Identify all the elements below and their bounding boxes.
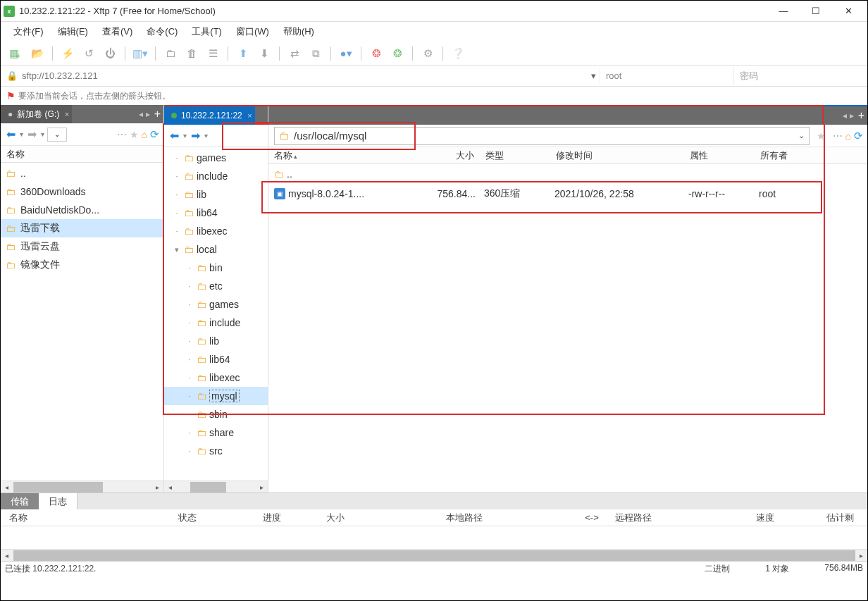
local-tab[interactable]: ● 新加卷 (G:) × — [1, 105, 72, 123]
properties-icon[interactable]: ☰ — [204, 45, 221, 62]
url-dropdown[interactable]: ▾ — [587, 70, 600, 81]
minimize-button[interactable]: — — [767, 1, 800, 21]
upload-icon[interactable]: ⬆ — [235, 45, 252, 62]
menu-help[interactable]: 帮助(H) — [279, 23, 318, 40]
disconnect-icon[interactable]: ⏻ — [101, 45, 118, 62]
tc-eta[interactable]: 估计剩 — [821, 512, 864, 524]
local-hscroll[interactable]: ◂▸ — [1, 481, 163, 492]
col-attr[interactable]: 属性 — [684, 149, 755, 162]
sessions-icon[interactable]: ▥▾ — [132, 45, 149, 62]
connection-url[interactable]: 🔒 sftp://10.232.2.121 — [1, 70, 587, 81]
table-row[interactable]: 🗀.. — [268, 164, 867, 184]
more-icon[interactable]: ⋯ — [833, 130, 843, 142]
menu-window[interactable]: 窗口(W) — [232, 23, 273, 40]
col-size[interactable]: 大小 — [423, 149, 480, 162]
list-item[interactable]: 🗀BaiduNetdiskDo... — [1, 201, 163, 219]
drive-select[interactable]: ⌄ — [47, 128, 67, 142]
tree-item[interactable]: ·🗀lib — [164, 332, 268, 350]
tree-item[interactable]: ·🗀games — [164, 149, 268, 167]
forward-button[interactable]: ➡ — [26, 128, 38, 141]
tree-item[interactable]: ·🗀lib64 — [164, 350, 268, 368]
refresh-icon[interactable]: ⟳ — [150, 128, 159, 141]
tree-item[interactable]: ·🗀src — [164, 442, 268, 460]
tree-item[interactable]: ·🗀etc — [164, 277, 268, 295]
tree-toggle-icon[interactable]: · — [173, 209, 181, 217]
local-column-header[interactable]: 名称 — [1, 146, 163, 163]
quick-connect-icon[interactable]: ⚡ — [59, 45, 76, 62]
transfer-list[interactable] — [1, 526, 867, 549]
tree-toggle-icon[interactable]: · — [185, 373, 194, 382]
close-icon[interactable]: × — [247, 111, 252, 120]
close-icon[interactable]: × — [65, 110, 69, 118]
bookmark-icon[interactable]: ★ — [130, 129, 139, 140]
tc-name[interactable]: 名称 — [4, 512, 173, 524]
settings-icon[interactable]: ⚙ — [419, 45, 436, 62]
menu-edit[interactable]: 编辑(E) — [54, 23, 92, 40]
close-button[interactable]: ✕ — [832, 1, 864, 21]
tree-toggle-icon[interactable]: · — [173, 154, 181, 162]
password-field[interactable]: 密码 — [733, 67, 867, 85]
tc-local[interactable]: 本地路径 — [440, 512, 574, 524]
back-button[interactable]: ⬅ — [5, 128, 17, 141]
tree-hscroll[interactable]: ◂▸ — [164, 481, 268, 492]
menu-tools[interactable]: 工具(T) — [187, 23, 226, 40]
bookmark-icon[interactable]: ★ — [817, 130, 826, 142]
tab-log[interactable]: 日志 — [39, 493, 78, 509]
tree-item[interactable]: ·🗀bin — [164, 259, 268, 277]
menu-file[interactable]: 文件(F) — [9, 23, 48, 40]
tree-toggle-icon[interactable]: · — [185, 264, 194, 272]
tree-toggle-icon[interactable]: · — [185, 318, 194, 327]
tc-status[interactable]: 状态 — [173, 512, 257, 524]
tree-toggle-icon[interactable]: · — [185, 282, 194, 290]
tab-nav[interactable]: ◂ ▸ — [139, 109, 149, 119]
refresh-icon[interactable]: ⟳ — [854, 130, 863, 142]
col-name[interactable]: 名称 — [1, 148, 163, 161]
col-type[interactable]: 类型 — [480, 149, 550, 162]
reconnect-icon[interactable]: ↺ — [80, 45, 97, 62]
tree-item[interactable]: ▾🗀local — [164, 240, 268, 259]
more-icon[interactable]: ⋯ — [117, 129, 127, 140]
new-session-icon[interactable]: ▦+ — [8, 45, 25, 62]
compare-icon[interactable]: ⧉ — [307, 45, 324, 62]
tree-item[interactable]: ·🗀include — [164, 314, 268, 332]
tab-nav[interactable]: ◂ ▸ — [843, 111, 853, 120]
col-mtime[interactable]: 修改时间 — [550, 149, 684, 162]
red-swirl-icon[interactable]: ❂ — [368, 45, 385, 62]
globe-icon[interactable]: ●▾ — [337, 45, 354, 62]
menu-view[interactable]: 查看(V) — [98, 23, 137, 40]
tc-size[interactable]: 大小 — [321, 512, 440, 524]
sync-icon[interactable]: ⇄ — [286, 45, 303, 62]
home-icon[interactable]: ⌂ — [142, 129, 147, 140]
tree-toggle-icon[interactable]: · — [173, 227, 181, 235]
help-icon[interactable]: ❔ — [450, 45, 466, 62]
tree-toggle-icon[interactable]: · — [185, 410, 194, 419]
tree-toggle-icon[interactable]: · — [173, 172, 181, 180]
list-item[interactable]: 🗀360Downloads — [1, 182, 163, 201]
tree-forward-button[interactable]: ➡ — [190, 129, 202, 142]
tree-toggle-icon[interactable]: · — [185, 447, 194, 455]
table-row[interactable]: ▣mysql-8.0.24-1.... 756.84... 360压缩 2021… — [268, 184, 867, 204]
tree-item[interactable]: ·🗀libexec — [164, 222, 268, 240]
tree-item[interactable]: ·🗀sbin — [164, 405, 268, 423]
download-icon[interactable]: ⬇ — [256, 45, 273, 62]
tree-toggle-icon[interactable]: · — [185, 337, 194, 345]
tc-dir[interactable]: <-> — [574, 512, 609, 523]
tree-toggle-icon[interactable]: · — [185, 428, 194, 437]
remote-folder-tree[interactable]: ·🗀games·🗀include·🗀lib·🗀lib64·🗀libexec▾🗀l… — [164, 147, 268, 481]
list-item[interactable]: 🗀.. — [1, 164, 163, 182]
transfer-hscroll[interactable]: ◂▸ — [1, 549, 867, 561]
username-field[interactable]: root — [600, 68, 733, 84]
add-tab-button[interactable]: + — [154, 108, 161, 120]
tc-progress[interactable]: 进度 — [257, 512, 321, 524]
list-item[interactable]: 🗀迅雷云盘 — [1, 237, 163, 256]
list-item[interactable]: 🗀迅雷下载 — [1, 219, 163, 237]
fwd-dd[interactable]: ▾ — [41, 130, 44, 138]
list-item[interactable]: 🗀镜像文件 — [1, 256, 163, 274]
path-dropdown[interactable]: ⌄ — [798, 131, 805, 140]
home-icon[interactable]: ⌂ — [845, 130, 851, 142]
menu-command[interactable]: 命令(C) — [142, 23, 182, 40]
remote-file-list[interactable]: 🗀.. ▣mysql-8.0.24-1.... 756.84... 360压缩 … — [268, 164, 867, 492]
tree-item[interactable]: ·🗀include — [164, 167, 268, 185]
tree-item[interactable]: ·🗀libexec — [164, 368, 268, 387]
add-tab-button[interactable]: + — [858, 109, 864, 122]
